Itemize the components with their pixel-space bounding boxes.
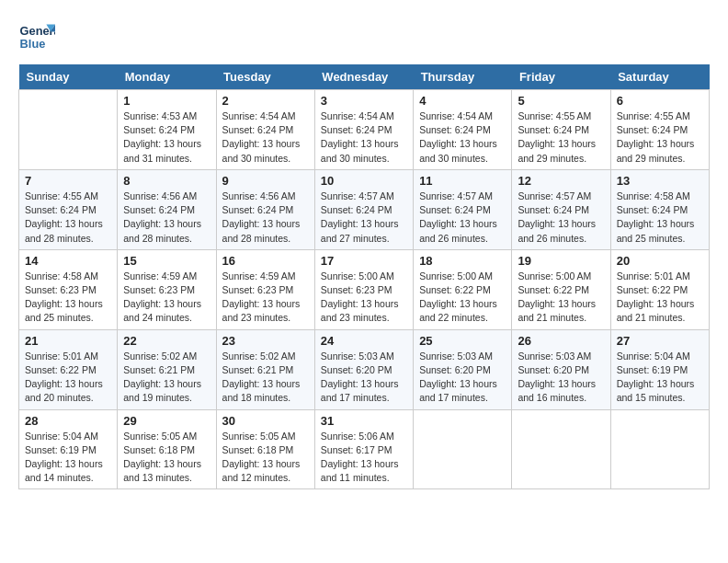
calendar-cell: 2 Sunrise: 4:54 AMSunset: 6:24 PMDayligh… <box>216 90 314 170</box>
calendar-cell <box>414 409 512 489</box>
page-wrapper: General Blue SundayMondayTuesdayWednesda… <box>18 18 710 489</box>
day-number: 1 <box>123 94 210 108</box>
day-number: 31 <box>321 414 407 428</box>
day-number: 8 <box>123 174 210 188</box>
cell-info: Sunrise: 5:01 AMSunset: 6:22 PMDaylight:… <box>25 350 111 406</box>
calendar-cell: 25 Sunrise: 5:03 AMSunset: 6:20 PMDaylig… <box>414 329 512 409</box>
calendar-cell: 31 Sunrise: 5:06 AMSunset: 6:17 PMDaylig… <box>314 409 413 489</box>
cell-info: Sunrise: 5:00 AMSunset: 6:23 PMDaylight:… <box>321 270 407 326</box>
calendar-cell: 27 Sunrise: 5:04 AMSunset: 6:19 PMDaylig… <box>610 329 709 409</box>
day-number: 7 <box>25 174 111 188</box>
cell-info: Sunrise: 5:04 AMSunset: 6:19 PMDaylight:… <box>25 430 111 486</box>
cell-info: Sunrise: 4:55 AMSunset: 6:24 PMDaylight:… <box>518 109 604 166</box>
cell-info: Sunrise: 5:06 AMSunset: 6:17 PMDaylight:… <box>321 430 407 486</box>
day-number: 27 <box>617 334 703 348</box>
logo-icon: General Blue <box>18 18 55 55</box>
day-number: 24 <box>321 334 407 348</box>
calendar-week-row: 21 Sunrise: 5:01 AMSunset: 6:22 PMDaylig… <box>19 329 710 409</box>
weekday-header-monday: Monday <box>118 64 216 90</box>
cell-info: Sunrise: 4:56 AMSunset: 6:24 PMDaylight:… <box>123 190 210 246</box>
cell-info: Sunrise: 4:54 AMSunset: 6:24 PMDaylight:… <box>222 109 309 166</box>
cell-info: Sunrise: 5:00 AMSunset: 6:22 PMDaylight:… <box>518 270 604 326</box>
cell-info: Sunrise: 4:56 AMSunset: 6:24 PMDaylight:… <box>222 190 309 246</box>
calendar-cell: 15 Sunrise: 4:59 AMSunset: 6:23 PMDaylig… <box>118 249 216 329</box>
day-number: 18 <box>419 254 506 268</box>
calendar-cell: 22 Sunrise: 5:02 AMSunset: 6:21 PMDaylig… <box>118 329 216 409</box>
calendar-cell: 4 Sunrise: 4:54 AMSunset: 6:24 PMDayligh… <box>414 90 512 170</box>
cell-info: Sunrise: 5:00 AMSunset: 6:22 PMDaylight:… <box>419 270 506 326</box>
day-number: 22 <box>123 334 210 348</box>
calendar-cell: 11 Sunrise: 4:57 AMSunset: 6:24 PMDaylig… <box>414 169 512 249</box>
day-number: 10 <box>321 174 407 188</box>
cell-info: Sunrise: 4:54 AMSunset: 6:24 PMDaylight:… <box>321 109 407 166</box>
calendar-cell: 3 Sunrise: 4:54 AMSunset: 6:24 PMDayligh… <box>314 90 413 170</box>
calendar-cell: 7 Sunrise: 4:55 AMSunset: 6:24 PMDayligh… <box>19 169 118 249</box>
calendar-cell <box>512 409 610 489</box>
day-number: 13 <box>617 174 703 188</box>
calendar-cell: 24 Sunrise: 5:03 AMSunset: 6:20 PMDaylig… <box>314 329 413 409</box>
calendar-cell: 28 Sunrise: 5:04 AMSunset: 6:19 PMDaylig… <box>19 409 118 489</box>
day-number: 5 <box>518 94 604 108</box>
cell-info: Sunrise: 5:03 AMSunset: 6:20 PMDaylight:… <box>321 350 407 406</box>
calendar-cell: 8 Sunrise: 4:56 AMSunset: 6:24 PMDayligh… <box>118 169 216 249</box>
calendar-cell: 17 Sunrise: 5:00 AMSunset: 6:23 PMDaylig… <box>314 249 413 329</box>
calendar-cell <box>610 409 709 489</box>
cell-info: Sunrise: 5:03 AMSunset: 6:20 PMDaylight:… <box>419 350 506 406</box>
calendar-cell: 9 Sunrise: 4:56 AMSunset: 6:24 PMDayligh… <box>216 169 314 249</box>
calendar-cell: 18 Sunrise: 5:00 AMSunset: 6:22 PMDaylig… <box>414 249 512 329</box>
header: General Blue <box>18 18 710 55</box>
day-number: 9 <box>222 174 309 188</box>
calendar-cell: 10 Sunrise: 4:57 AMSunset: 6:24 PMDaylig… <box>314 169 413 249</box>
weekday-header-sunday: Sunday <box>19 64 118 90</box>
calendar-cell: 1 Sunrise: 4:53 AMSunset: 6:24 PMDayligh… <box>118 90 216 170</box>
day-number: 4 <box>419 94 506 108</box>
day-number: 3 <box>321 94 407 108</box>
cell-info: Sunrise: 5:05 AMSunset: 6:18 PMDaylight:… <box>123 430 210 486</box>
logo: General Blue <box>18 18 55 55</box>
cell-info: Sunrise: 4:53 AMSunset: 6:24 PMDaylight:… <box>123 109 210 166</box>
day-number: 21 <box>25 334 111 348</box>
cell-info: Sunrise: 4:57 AMSunset: 6:24 PMDaylight:… <box>419 190 506 246</box>
calendar-week-row: 7 Sunrise: 4:55 AMSunset: 6:24 PMDayligh… <box>19 169 710 249</box>
day-number: 17 <box>321 254 407 268</box>
cell-info: Sunrise: 4:59 AMSunset: 6:23 PMDaylight:… <box>123 270 210 326</box>
calendar-cell <box>19 90 118 170</box>
day-number: 23 <box>222 334 309 348</box>
calendar-cell: 29 Sunrise: 5:05 AMSunset: 6:18 PMDaylig… <box>118 409 216 489</box>
cell-info: Sunrise: 5:01 AMSunset: 6:22 PMDaylight:… <box>617 270 703 326</box>
calendar-cell: 20 Sunrise: 5:01 AMSunset: 6:22 PMDaylig… <box>610 249 709 329</box>
weekday-header-saturday: Saturday <box>610 64 709 90</box>
day-number: 26 <box>518 334 604 348</box>
cell-info: Sunrise: 5:02 AMSunset: 6:21 PMDaylight:… <box>222 350 309 406</box>
weekday-header-friday: Friday <box>512 64 610 90</box>
cell-info: Sunrise: 4:57 AMSunset: 6:24 PMDaylight:… <box>518 190 604 246</box>
day-number: 16 <box>222 254 309 268</box>
calendar-table: SundayMondayTuesdayWednesdayThursdayFrid… <box>18 64 710 489</box>
weekday-header-tuesday: Tuesday <box>216 64 314 90</box>
calendar-cell: 26 Sunrise: 5:03 AMSunset: 6:20 PMDaylig… <box>512 329 610 409</box>
calendar-cell: 5 Sunrise: 4:55 AMSunset: 6:24 PMDayligh… <box>512 90 610 170</box>
calendar-cell: 19 Sunrise: 5:00 AMSunset: 6:22 PMDaylig… <box>512 249 610 329</box>
cell-info: Sunrise: 4:58 AMSunset: 6:23 PMDaylight:… <box>25 270 111 326</box>
weekday-header-thursday: Thursday <box>414 64 512 90</box>
calendar-cell: 21 Sunrise: 5:01 AMSunset: 6:22 PMDaylig… <box>19 329 118 409</box>
calendar-cell: 6 Sunrise: 4:55 AMSunset: 6:24 PMDayligh… <box>610 90 709 170</box>
cell-info: Sunrise: 4:54 AMSunset: 6:24 PMDaylight:… <box>419 109 506 166</box>
cell-info: Sunrise: 5:02 AMSunset: 6:21 PMDaylight:… <box>123 350 210 406</box>
calendar-cell: 16 Sunrise: 4:59 AMSunset: 6:23 PMDaylig… <box>216 249 314 329</box>
day-number: 29 <box>123 414 210 428</box>
calendar-week-row: 28 Sunrise: 5:04 AMSunset: 6:19 PMDaylig… <box>19 409 710 489</box>
cell-info: Sunrise: 4:55 AMSunset: 6:24 PMDaylight:… <box>25 190 111 246</box>
calendar-week-row: 14 Sunrise: 4:58 AMSunset: 6:23 PMDaylig… <box>19 249 710 329</box>
day-number: 30 <box>222 414 309 428</box>
calendar-cell: 13 Sunrise: 4:58 AMSunset: 6:24 PMDaylig… <box>610 169 709 249</box>
cell-info: Sunrise: 5:05 AMSunset: 6:18 PMDaylight:… <box>222 430 309 486</box>
cell-info: Sunrise: 4:55 AMSunset: 6:24 PMDaylight:… <box>617 109 703 166</box>
calendar-cell: 23 Sunrise: 5:02 AMSunset: 6:21 PMDaylig… <box>216 329 314 409</box>
day-number: 14 <box>25 254 111 268</box>
cell-info: Sunrise: 4:59 AMSunset: 6:23 PMDaylight:… <box>222 270 309 326</box>
weekday-header-wednesday: Wednesday <box>314 64 413 90</box>
day-number: 25 <box>419 334 506 348</box>
day-number: 15 <box>123 254 210 268</box>
day-number: 20 <box>617 254 703 268</box>
